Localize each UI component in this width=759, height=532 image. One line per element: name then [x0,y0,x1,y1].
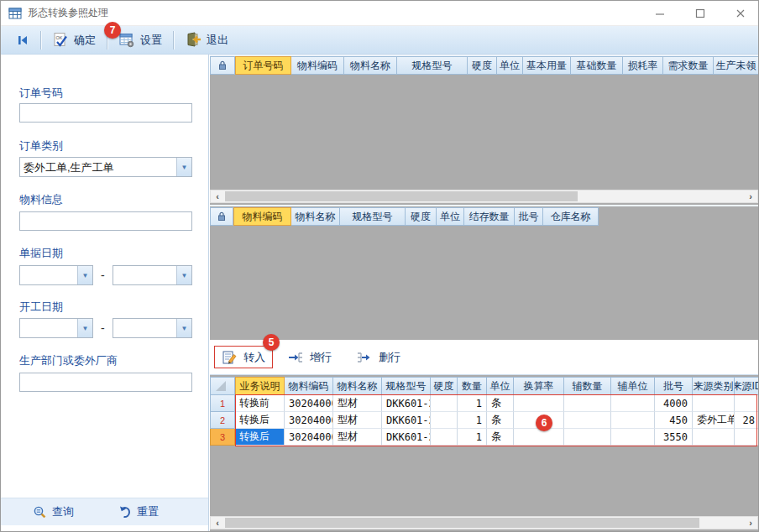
chevron-down-icon[interactable]: ▼ [77,319,92,337]
table-cell[interactable] [564,429,611,446]
column-header[interactable]: 批号 [515,207,543,226]
table-cell[interactable]: 条 [487,412,514,429]
table-cell[interactable]: 1 [458,429,487,446]
table-cell[interactable]: 条 [487,429,514,446]
table-cell[interactable]: 1 [458,395,487,412]
column-header[interactable]: 来源ID [735,377,759,395]
start-date-to-picker[interactable]: ▼ [113,318,192,338]
column-header[interactable]: 生产未领 [714,56,759,75]
table-cell[interactable]: 4000 [655,395,693,412]
column-header[interactable]: 换算率 [514,377,564,395]
column-header[interactable]: 物料名称 [291,207,340,226]
lock-column-header[interactable] [210,207,233,226]
column-header[interactable]: 基本用量 [523,56,571,75]
query-button[interactable]: 查询 [33,504,74,519]
column-header[interactable]: 数量 [458,377,487,395]
column-header[interactable]: 辅单位 [611,377,655,395]
column-header[interactable]: 订单号码 [235,56,291,75]
transfer-in-button[interactable]: 转入 [214,346,273,368]
table-cell[interactable] [564,412,611,429]
scrollbar-thumb[interactable] [225,518,699,528]
column-header[interactable]: 损耗率 [623,56,663,75]
column-header[interactable]: 基础数量 [571,56,623,75]
order-grid-hscrollbar[interactable]: ‹ › [210,190,758,203]
row-header[interactable]: 2 [210,412,235,429]
table-cell[interactable]: DKK601-2 [382,429,431,446]
table-cell[interactable] [611,412,655,429]
table-cell[interactable]: 450 [655,412,693,429]
start-date-from-picker[interactable]: ▼ [19,318,93,338]
scrollbar-thumb[interactable] [225,191,578,201]
table-cell[interactable]: 转换后 [235,429,285,446]
delete-row-button[interactable]: 删行 [350,346,407,368]
column-header[interactable]: 物料编码 [285,377,333,395]
reset-button[interactable]: 重置 [118,504,159,519]
column-header[interactable]: 业务说明 [235,377,285,395]
table-cell[interactable]: 型材 [333,429,382,446]
column-header[interactable]: 单位 [497,56,523,75]
column-header[interactable]: 硬度 [406,207,437,226]
order-no-input[interactable] [19,103,192,123]
table-cell[interactable] [693,429,735,446]
table-cell[interactable]: 28 [735,412,759,429]
table-cell[interactable]: 转换后 [235,412,285,429]
column-header[interactable]: 规格型号 [397,56,468,75]
column-header[interactable]: 批号 [655,377,693,395]
exit-button[interactable]: 退出 [176,29,237,52]
doc-date-from-picker[interactable]: ▼ [19,265,93,285]
table-cell[interactable]: 条 [487,395,514,412]
order-type-select[interactable]: 委外工单,生产工单 ▼ [19,157,192,177]
table-cell[interactable]: 30204000 [285,395,333,412]
minimize-button[interactable] [652,6,667,21]
column-header[interactable]: 物料编码 [233,207,291,226]
column-header[interactable]: 规格型号 [340,207,406,226]
material-info-input[interactable] [19,211,192,231]
table-cell[interactable]: 型材 [333,395,382,412]
column-header[interactable]: 物料名称 [344,56,397,75]
column-header[interactable]: 规格型号 [382,377,431,395]
scroll-right-arrow[interactable]: › [744,517,757,529]
table-cell[interactable] [735,395,759,412]
table-cell[interactable] [431,412,458,429]
table-cell[interactable]: 转换前 [235,395,285,412]
detail-grid-hscrollbar[interactable]: ‹ › [210,516,758,529]
confirm-button[interactable]: OK 确定 [44,29,104,52]
close-button[interactable] [733,6,748,21]
chevron-down-icon[interactable]: ▼ [176,319,191,337]
column-header[interactable]: 结存数量 [464,207,515,226]
column-header[interactable]: 需求数量 [663,56,714,75]
table-cell[interactable] [514,395,564,412]
collapse-panel-button[interactable] [8,29,38,52]
table-cell[interactable]: 30204000 [285,412,333,429]
table-cell[interactable]: 3550 [655,429,693,446]
lock-column-header[interactable] [210,56,235,75]
row-header[interactable]: 1 [210,395,235,412]
column-header[interactable]: 物料名称 [333,377,382,395]
column-header[interactable]: 单位 [437,207,464,226]
table-cell[interactable] [693,395,735,412]
scroll-left-arrow[interactable]: ‹ [211,517,224,529]
table-cell[interactable]: 型材 [333,412,382,429]
row-header[interactable]: 3 [210,429,235,446]
table-cell[interactable] [611,395,655,412]
table-cell[interactable] [431,395,458,412]
column-header[interactable]: 硬度 [468,56,497,75]
maximize-button[interactable] [693,6,708,21]
table-cell[interactable]: 1 [458,412,487,429]
table-cell[interactable]: DKK601-2 [382,395,431,412]
table-cell[interactable]: 30204000 [285,429,333,446]
chevron-down-icon[interactable]: ▼ [176,266,191,284]
column-header[interactable]: 来源类别 [693,377,735,395]
dept-input[interactable] [19,373,192,392]
chevron-down-icon[interactable]: ▼ [176,158,191,176]
column-header[interactable]: 辅数量 [564,377,611,395]
doc-date-to-picker[interactable]: ▼ [113,265,192,285]
add-row-button[interactable]: 增行 [281,346,338,368]
table-cell[interactable]: 委外工单 [693,412,735,429]
column-header[interactable]: 仓库名称 [543,207,599,226]
scroll-right-arrow[interactable]: › [744,190,757,202]
table-cell[interactable] [431,429,458,446]
table-cell[interactable] [514,429,564,446]
column-header[interactable]: 单位 [487,377,514,395]
table-cell[interactable] [564,395,611,412]
